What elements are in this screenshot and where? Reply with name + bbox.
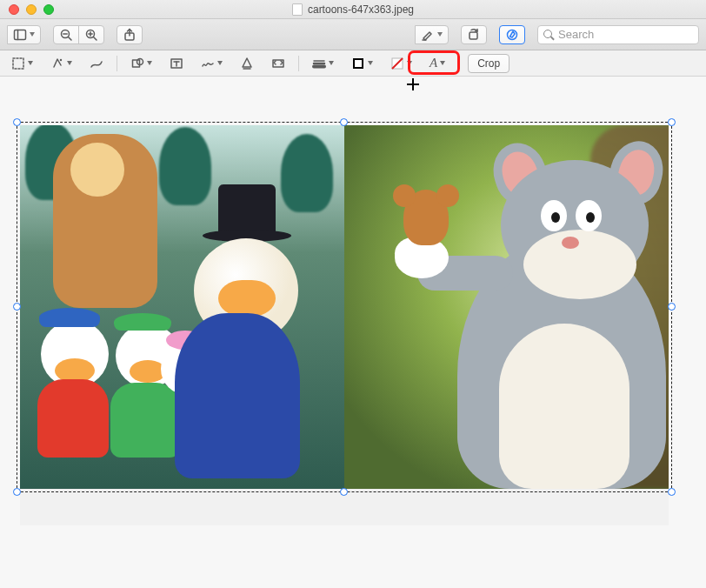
shapes-button[interactable] bbox=[126, 54, 157, 73]
image-left-panel bbox=[20, 125, 344, 489]
search-icon bbox=[543, 30, 554, 40]
highlight-group bbox=[415, 25, 449, 44]
image-canvas[interactable] bbox=[20, 125, 669, 489]
canvas-bottom-margin bbox=[20, 489, 669, 525]
separator bbox=[117, 56, 117, 71]
search-placeholder: Search bbox=[558, 28, 594, 41]
svg-point-15 bbox=[60, 58, 62, 60]
chevron-down-icon bbox=[437, 32, 443, 37]
zoom-window-button[interactable] bbox=[43, 4, 54, 15]
window-filename: cartoons-647x363.jpeg bbox=[308, 3, 414, 16]
svg-line-3 bbox=[69, 37, 72, 40]
border-color-button[interactable] bbox=[347, 54, 377, 73]
sketch-tool-button[interactable] bbox=[85, 54, 108, 73]
svg-rect-0 bbox=[15, 30, 26, 39]
chevron-down-icon bbox=[28, 61, 33, 65]
crop-button[interactable]: Crop bbox=[468, 54, 510, 73]
svg-point-13 bbox=[508, 30, 517, 39]
adjust-color-button[interactable] bbox=[236, 54, 258, 73]
selection-tool-button[interactable] bbox=[7, 54, 37, 73]
chevron-down-icon bbox=[440, 61, 445, 65]
text-style-glyph: A bbox=[430, 56, 437, 70]
title-bar: cartoons-647x363.jpeg bbox=[0, 0, 706, 19]
close-window-button[interactable] bbox=[9, 4, 19, 15]
chevron-down-icon bbox=[67, 61, 72, 65]
traffic-lights bbox=[0, 4, 54, 15]
crop-button-label: Crop bbox=[477, 57, 500, 70]
minimize-window-button[interactable] bbox=[26, 4, 37, 15]
svg-rect-12 bbox=[470, 32, 477, 39]
svg-marker-21 bbox=[243, 58, 251, 67]
image-right-panel bbox=[344, 125, 669, 489]
adjust-size-button[interactable] bbox=[267, 54, 290, 73]
sidebar-view-button[interactable] bbox=[7, 25, 41, 44]
view-mode-group bbox=[7, 25, 41, 44]
svg-rect-16 bbox=[133, 60, 140, 67]
separator bbox=[458, 56, 459, 71]
chevron-down-icon bbox=[147, 61, 152, 65]
file-icon bbox=[292, 3, 303, 16]
chevron-down-icon bbox=[30, 32, 35, 37]
chevron-down-icon bbox=[217, 61, 223, 65]
svg-rect-14 bbox=[13, 58, 23, 69]
chevron-down-icon bbox=[407, 61, 412, 65]
svg-line-6 bbox=[94, 37, 97, 40]
zoom-in-button[interactable] bbox=[78, 25, 104, 44]
search-field[interactable]: Search bbox=[537, 25, 699, 44]
shape-style-button[interactable] bbox=[308, 54, 338, 73]
markup-toolbar: A Crop bbox=[0, 50, 706, 77]
window-title: cartoons-647x363.jpeg bbox=[0, 3, 706, 16]
primary-toolbar: Search bbox=[0, 19, 706, 50]
image-content bbox=[20, 125, 669, 489]
zoom-out-button[interactable] bbox=[53, 25, 79, 44]
text-style-button[interactable]: A bbox=[425, 54, 450, 73]
svg-rect-28 bbox=[355, 60, 362, 67]
separator bbox=[298, 56, 299, 71]
highlight-button[interactable] bbox=[415, 25, 449, 44]
sign-button[interactable] bbox=[196, 54, 227, 73]
share-button[interactable] bbox=[117, 25, 143, 44]
instant-alpha-button[interactable] bbox=[46, 54, 77, 73]
text-tool-button[interactable] bbox=[165, 54, 188, 73]
chevron-down-icon bbox=[329, 61, 334, 65]
zoom-group bbox=[53, 25, 104, 44]
fill-color-button[interactable] bbox=[386, 54, 416, 73]
chevron-down-icon bbox=[368, 61, 373, 65]
markup-toggle-button[interactable] bbox=[499, 25, 525, 44]
rotate-button[interactable] bbox=[461, 25, 487, 44]
